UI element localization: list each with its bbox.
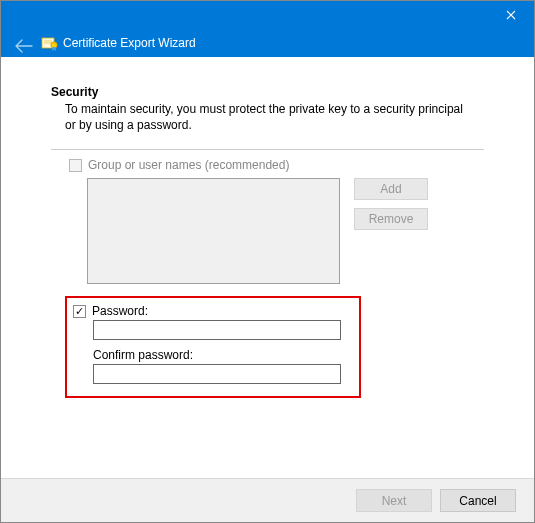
password-highlight-box: Password: Confirm password: — [65, 296, 361, 398]
password-checkbox-row[interactable]: Password: — [73, 304, 353, 318]
close-button[interactable] — [488, 1, 534, 29]
back-button — [15, 39, 33, 55]
add-button: Add — [354, 178, 428, 200]
wizard-footer: Next Cancel — [1, 478, 534, 522]
principals-checkbox-row[interactable]: Group or user names (recommended) — [69, 158, 484, 172]
arrow-left-icon — [15, 39, 33, 53]
titlebar: Certificate Export Wizard — [1, 1, 534, 57]
certificate-icon — [41, 35, 59, 51]
confirm-password-label: Confirm password: — [93, 348, 353, 362]
cancel-button[interactable]: Cancel — [440, 489, 516, 512]
password-checkbox-label: Password: — [92, 304, 148, 318]
wizard-title: Certificate Export Wizard — [63, 36, 196, 50]
principals-checkbox[interactable] — [69, 159, 82, 172]
principals-listbox — [87, 178, 340, 284]
password-input[interactable] — [93, 320, 341, 340]
divider — [51, 149, 484, 150]
remove-button: Remove — [354, 208, 428, 230]
section-description: To maintain security, you must protect t… — [65, 101, 465, 133]
password-checkbox[interactable] — [73, 305, 86, 318]
principals-checkbox-label: Group or user names (recommended) — [88, 158, 289, 172]
wizard-content: Security To maintain security, you must … — [1, 57, 534, 478]
close-icon — [506, 10, 516, 20]
next-button: Next — [356, 489, 432, 512]
section-heading: Security — [51, 85, 484, 99]
confirm-password-input[interactable] — [93, 364, 341, 384]
